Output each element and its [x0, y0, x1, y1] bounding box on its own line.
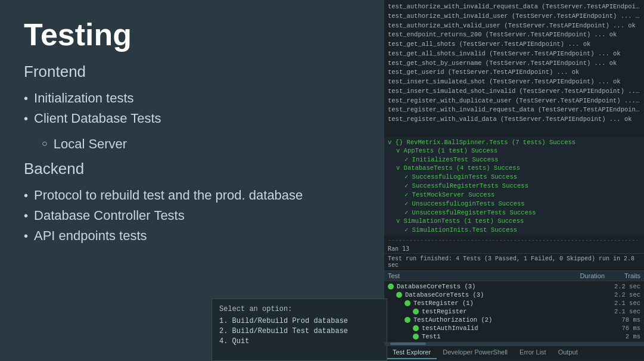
test-name-label: DatabaseCoreTests (3): [405, 291, 593, 298]
test-duration-label: 2.1 sec: [593, 308, 640, 315]
tree-line: ✓ UnsuccessfulLoginTests Success: [384, 199, 644, 208]
log-line: test_get_all_shots (TestServer.TestAPIEn…: [388, 40, 640, 49]
pass-icon: [413, 325, 419, 331]
left-panel: Testing Frontend Initialization tests Cl…: [0, 0, 384, 361]
log-line: test_register_with_duplicate_user (TestS…: [388, 97, 640, 106]
test-duration-label: 2.1 sec: [593, 300, 640, 307]
tree-line: ✓ SuccessfulRegisterTests Success: [384, 181, 644, 190]
log-output[interactable]: test_authorize_with_invalid_request_data…: [384, 0, 644, 137]
tree-line: v {} RevMetrix.BallSpinner.Tests (7 test…: [384, 138, 644, 147]
backend-section: Backend Protocol to rebuild test and the…: [24, 160, 360, 246]
list-item: Local Server: [42, 135, 360, 154]
test-col-header: Test: [388, 272, 557, 279]
scroll-bar[interactable]: [384, 342, 644, 346]
log-line: test_get_all_shots_invalid (TestServer.T…: [388, 49, 640, 59]
test-name-label: testRegister: [422, 308, 593, 315]
frontend-bullet-list: Initialization tests Client Database Tes…: [24, 88, 360, 129]
test-duration-label: 78 ms: [593, 316, 640, 323]
terminal-option-3: 4. Quit: [219, 337, 379, 346]
tree-line: ✓ UnsuccessfulRegisterTests Success: [384, 208, 644, 217]
ran-line: Ran 13: [384, 244, 644, 253]
log-line: test_endpoint_returns_200 (TestServer.Te…: [388, 30, 640, 40]
test-name-label: TestRegister (1): [413, 300, 593, 307]
table-row: DatabaseCoreTests (3)2.2 sec: [388, 282, 640, 291]
log-line: test_get_userid (TestServer.TestAPIEndpo…: [388, 68, 640, 77]
pass-icon: [396, 292, 402, 298]
scroll-thumb[interactable]: [390, 343, 426, 345]
tab-test-explorer[interactable]: Test Explorer: [387, 346, 437, 359]
backend-bullet-list: Protocol to rebuild test and the prod. d…: [24, 185, 360, 246]
pass-icon: [405, 300, 410, 306]
frontend-section-title: Frontend: [24, 63, 360, 81]
tree-line: ✓ SimulationInits.Test Success: [384, 225, 644, 234]
tree-line: ✓ SuccessfulLoginTests Success: [384, 172, 644, 181]
table-row: DatabaseCoreTests (3)2.2 sec: [388, 291, 640, 299]
test-duration-label: 2.2 sec: [593, 283, 640, 290]
bottom-tab-bar: Test Explorer Developer PowerShell Error…: [384, 346, 644, 359]
sub-bullet-list: Local Server: [42, 135, 360, 154]
test-name-label: Test1: [422, 333, 593, 340]
test-name-label: testAuthInvalid: [422, 325, 593, 332]
log-line: test_register_with_valid_data (TestServe…: [388, 115, 640, 125]
tree-line: v SimulationTests (1 test) Success: [384, 217, 644, 225]
log-line: test_get_shot_by_username (TestServer.Te…: [388, 59, 640, 69]
tree-line: ✓ InitializesTest Success: [384, 155, 644, 164]
terminal-overlay: Select an option: 1. Build/Rebuild Prod …: [211, 298, 387, 361]
tab-output[interactable]: Output: [552, 346, 584, 359]
test-tree-results: DatabaseCoreTests (3)2.2 secDatabaseCore…: [384, 281, 644, 342]
pass-icon: [388, 284, 394, 290]
table-row: TestRegister (1)2.1 sec: [388, 299, 640, 307]
test-results-panel: Test run finished: 4 Tests (3 Passed, 1 …: [384, 253, 644, 342]
log-line: test_insert_simulated_shot (TestServer.T…: [388, 77, 640, 87]
table-row: TestAuthorization (2)78 ms: [388, 316, 640, 324]
duration-col-header: Duration: [557, 272, 605, 279]
terminal-prompt: Select an option:: [219, 305, 379, 313]
tree-line: v DatabaseTests (4 tests) Success: [384, 164, 644, 172]
test-name-label: TestAuthorization (2): [413, 316, 593, 323]
log-line: test_register_with_invalid_request_data …: [388, 105, 640, 115]
log-line: test_authorize_with_invalid_user (TestSe…: [388, 12, 640, 21]
test-duration-label: 2 ms: [593, 333, 640, 340]
table-row: testAuthInvalid76 ms: [388, 324, 640, 332]
test-duration-label: 2.2 sec: [593, 291, 640, 298]
list-item: Initialization tests: [24, 88, 360, 108]
pass-icon: [405, 317, 410, 323]
log-line: test_authorize_with_valid_user (TestServ…: [388, 21, 640, 31]
list-item: API endpoints tests: [24, 226, 360, 246]
terminal-option-2: 2. Build/Rebuild Test database: [219, 327, 379, 335]
traits-col-header: Traits: [605, 272, 640, 279]
log-line: test_insert_simulated_shot_invalid (Test…: [388, 87, 640, 97]
list-item: Protocol to rebuild test and the prod. d…: [24, 185, 360, 206]
right-panel: test_authorize_with_invalid_request_data…: [384, 0, 644, 361]
test-duration-label: 76 ms: [593, 325, 640, 332]
list-item: Database Controller Tests: [24, 206, 360, 226]
test-name-label: DatabaseCoreTests (3): [397, 283, 593, 290]
pass-icon: [413, 334, 419, 340]
separator-line: ----------------------------------------…: [384, 235, 644, 244]
table-row: Test12 ms: [388, 332, 640, 341]
page-title: Testing: [24, 18, 360, 52]
list-item: Client Database Tests: [24, 108, 360, 129]
test-table-header: Test Duration Traits: [384, 270, 644, 281]
table-row: testRegister2.1 sec: [388, 307, 640, 316]
tab-developer-powershell[interactable]: Developer PowerShell: [437, 346, 514, 359]
tab-error-list[interactable]: Error List: [514, 346, 552, 359]
backend-section-title: Backend: [24, 160, 360, 178]
tree-line: ✓ TestMockServer Success: [384, 190, 644, 199]
pass-icon: [413, 309, 419, 315]
tree-line: v AppTests (1 test) Success: [384, 147, 644, 155]
test-run-summary: Test run finished: 4 Tests (3 Passed, 1 …: [384, 253, 644, 270]
log-line: test_authorize_with_invalid_request_data…: [388, 2, 640, 12]
test-tree-section: v {} RevMetrix.BallSpinner.Tests (7 test…: [384, 137, 644, 235]
terminal-option-1: 1. Build/Rebuild Prod database: [219, 317, 379, 325]
